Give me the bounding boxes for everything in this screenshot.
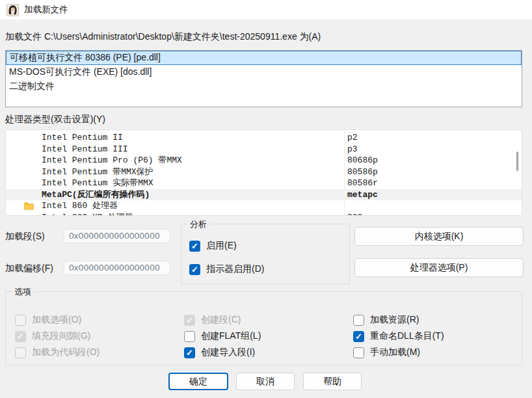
file-type-option[interactable]: 可移植可执行文件 80386 (PE) [pe.dll]: [6, 51, 522, 65]
checkbox-enable-analysis[interactable]: 启用(E): [189, 240, 237, 252]
checkbox-box: [353, 347, 364, 358]
checkbox-box: [189, 264, 200, 275]
file-type-option[interactable]: MS-DOS可执行文件 (EXE) [dos.dll]: [6, 65, 522, 79]
processor-row[interactable]: Intel 860 XR 处理器 860xr: [6, 212, 522, 217]
options-group-title: 选项: [12, 286, 34, 297]
checkbox-box: [353, 315, 364, 326]
file-type-option[interactable]: 二进制文件: [6, 79, 522, 94]
ok-button[interactable]: 确定: [168, 373, 228, 390]
checkbox-rename-dll-entries[interactable]: 重命名DLL条目(T): [353, 330, 444, 342]
check-icon: [184, 315, 195, 326]
processor-row[interactable]: Intel Pentium 带MMX保护 80586p: [6, 166, 522, 178]
checkbox-box: [15, 331, 26, 342]
checkbox-box: [15, 315, 26, 326]
checkbox-indicator-enable[interactable]: 指示器启用(D): [189, 263, 264, 275]
checkbox-load-resources[interactable]: 加载资源(R): [353, 314, 419, 326]
checkbox-box: [15, 347, 26, 358]
load-offset-label: 加载偏移(F): [5, 263, 53, 274]
checkbox-box: [353, 331, 364, 342]
check-icon: [15, 331, 26, 342]
check-icon: [189, 241, 200, 252]
processor-row[interactable]: Intel Pentium III p3: [6, 144, 522, 155]
processor-row[interactable]: Intel Pentium 实际带MMX 80586r: [6, 178, 522, 189]
checkbox-box: [184, 315, 195, 326]
options-groupbox: 选项 加载选项(O) 填充段间隙(G) 加载为代码段(O) 创建段(C) 创建F…: [5, 291, 522, 365]
file-prompt-label: 加载文件 C:\Users\Administrator\Desktop\新建文件…: [5, 31, 321, 43]
load-segment-label: 加载段(S): [5, 231, 45, 243]
checkbox-box: [184, 331, 195, 342]
check-icon: [184, 347, 195, 358]
folder-icon: [24, 202, 34, 210]
window-title: 加载新文件: [24, 4, 68, 16]
processor-row-current[interactable]: MetaPC(反汇编所有操作码) metapc: [6, 189, 522, 201]
checkbox-fill-segment-gaps: 填充段间隙(G): [15, 330, 90, 342]
kernel-options-button[interactable]: 内核选项(K): [354, 227, 524, 246]
scrollbar-thumb[interactable]: [516, 152, 518, 171]
load-new-file-dialog: 加载新文件 加载文件 C:\Users\Administrator\Deskto…: [0, 0, 532, 398]
check-icon: [16, 348, 25, 358]
checkbox-box: [189, 241, 200, 252]
check-icon: [185, 332, 194, 341]
processor-options-button[interactable]: 处理器选项(P): [354, 258, 524, 277]
load-segment-input[interactable]: 0x0000000000000000: [64, 229, 170, 243]
title-bar: 加载新文件: [0, 0, 532, 20]
checkbox-create-flat-group[interactable]: 创建FLAT组(L): [184, 330, 261, 342]
processor-row[interactable]: Intel 860 处理器: [6, 200, 522, 212]
processor-type-list[interactable]: Intel Pentium II p2 Intel Pentium III p3…: [5, 129, 522, 216]
check-icon: [354, 315, 364, 325]
checkbox-manual-load[interactable]: 手动加载(M): [353, 347, 420, 358]
help-button[interactable]: 帮助: [303, 373, 362, 390]
checkbox-load-as-code-segment: 加载为代码段(O): [15, 347, 100, 358]
processor-type-label: 处理器类型(双击设置)(Y): [5, 114, 105, 126]
check-icon: [16, 315, 25, 325]
processor-row[interactable]: Intel Pentium II p2: [6, 132, 522, 144]
cancel-button[interactable]: 取消: [236, 373, 295, 390]
file-type-listbox[interactable]: 可移植可执行文件 80386 (PE) [pe.dll] MS-DOS可执行文件…: [5, 50, 522, 107]
checkbox-create-imports-segment[interactable]: 创建导入段(I): [184, 347, 255, 358]
check-icon: [354, 348, 364, 358]
checkbox-create-segments: 创建段(C): [184, 314, 241, 326]
check-icon: [353, 331, 364, 342]
checkbox-box: [184, 347, 195, 358]
analysis-groupbox: 分析 启用(E) 指示器启用(D): [181, 224, 350, 284]
analysis-group-title: 分析: [187, 219, 209, 230]
app-icon: [7, 4, 19, 16]
checkbox-load-options: 加载选项(O): [15, 314, 81, 326]
load-offset-input[interactable]: 0x0000000000000000: [64, 261, 170, 275]
check-icon: [189, 264, 200, 275]
processor-row[interactable]: Intel Pentium Pro (P6) 带MMX 80686p: [6, 155, 522, 166]
